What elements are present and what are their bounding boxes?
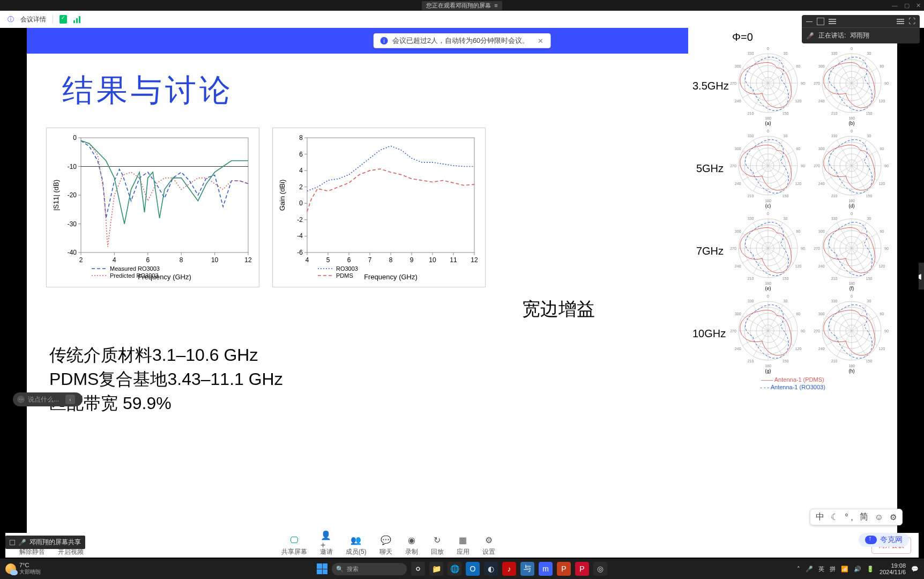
svg-line-216 — [742, 234, 768, 249]
app-outlook[interactable]: O — [466, 562, 480, 576]
collapse-icon[interactable]: ‹ — [65, 395, 75, 404]
tray-mic-icon[interactable]: 🎤 — [806, 566, 813, 573]
svg-line-296 — [852, 331, 867, 357]
svg-line-270 — [754, 331, 769, 357]
polar-row: 10GHz0306090120150180210240270300330(g)0… — [692, 293, 893, 374]
svg-text:6: 6 — [299, 151, 303, 158]
svg-text:240: 240 — [818, 264, 825, 268]
tray-chevron-icon[interactable]: ˄ — [797, 566, 800, 573]
list-icon[interactable] — [829, 19, 836, 24]
tray-lang2[interactable]: 拼 — [830, 565, 836, 573]
svg-text:10: 10 — [429, 256, 436, 264]
app-edge[interactable]: 🌐 — [448, 562, 461, 576]
speaker-panel[interactable]: — ⛶ 🎤̸ 正在讲话: 邓雨翔 — [802, 15, 920, 43]
minimize-icon[interactable]: — — [806, 18, 813, 25]
replay-button[interactable]: ↻ 回放 — [431, 535, 444, 556]
taskbar-search[interactable]: 🔍 搜索 — [332, 563, 407, 575]
invite-button[interactable]: 👤+ 邀请 — [320, 535, 333, 556]
window-buttons: — ▢ ✕ — [892, 2, 921, 9]
svg-line-138 — [768, 140, 783, 166]
shield-icon[interactable] — [59, 15, 67, 24]
window-maximize[interactable]: ▢ — [904, 2, 910, 9]
search-icon: 🔍 — [336, 566, 344, 573]
svg-line-158 — [754, 140, 769, 166]
svg-text:150: 150 — [866, 112, 873, 115]
svg-text:Predicted RO3003: Predicted RO3003 — [110, 272, 159, 279]
app-explorer[interactable]: 📁 — [429, 562, 443, 576]
app-miro[interactable]: m — [539, 562, 553, 576]
svg-text:30: 30 — [867, 134, 871, 138]
weather-widget[interactable]: 7°C 大部晴朗 — [5, 562, 41, 576]
tray-battery-icon[interactable]: 🔋 — [867, 566, 874, 573]
tray-lang1[interactable]: 英 — [818, 565, 824, 573]
svg-rect-0 — [81, 138, 248, 253]
tray-wifi-icon[interactable]: 📶 — [841, 566, 848, 573]
svg-text:4: 4 — [113, 256, 116, 264]
ime-settings-icon[interactable]: ⚙ — [890, 513, 897, 522]
svg-line-140 — [768, 151, 794, 166]
ime-simplified[interactable]: 简 — [860, 511, 868, 523]
app-copilot[interactable]: ⭘ — [411, 562, 425, 576]
legend-ro3003: - - - Antenna-1 (RO3003) — [692, 383, 893, 391]
svg-line-242 — [826, 248, 852, 263]
ime-mode-icon[interactable]: ☾ — [831, 512, 838, 522]
record-icon: ◉ — [406, 535, 418, 546]
svg-text:120: 120 — [795, 264, 801, 268]
window-close[interactable]: ✕ — [916, 2, 921, 9]
meeting-notice: i 会议已超过2人，自动转为60分钟限时会议。 ✕ — [374, 33, 551, 48]
clock-time: 19:08 — [891, 562, 906, 569]
freq-label: 7GHz — [692, 245, 725, 257]
taskbar-clock[interactable]: 19:08 2024/11/6 — [880, 562, 906, 575]
tray-volume-icon[interactable]: 🔊 — [854, 566, 861, 573]
svg-text:270: 270 — [730, 81, 736, 85]
ime-emoji-icon[interactable]: ☺ — [875, 513, 883, 522]
app-steam[interactable]: ◐ — [484, 562, 498, 576]
app-obs[interactable]: ◎ — [593, 562, 607, 576]
cloud-upload-pill[interactable]: 夸克网 — [859, 533, 909, 547]
svg-line-90 — [754, 83, 769, 109]
svg-text:330: 330 — [831, 217, 838, 220]
svg-text:60: 60 — [796, 147, 800, 151]
info-icon: ⓘ — [8, 15, 14, 24]
app-netease[interactable]: ♪ — [502, 562, 516, 576]
svg-text:0: 0 — [767, 47, 769, 50]
tray-notifications-icon[interactable]: 💬 — [911, 566, 919, 573]
svg-text:270: 270 — [730, 247, 736, 250]
svg-text:240: 240 — [735, 347, 741, 351]
record-button[interactable]: ◉ 录制 — [405, 535, 418, 556]
members-button[interactable]: 👥 成员(5) — [346, 535, 367, 556]
chat-button[interactable]: 💬 聊天 — [379, 535, 392, 556]
start-button[interactable] — [317, 563, 327, 574]
svg-text:0: 0 — [851, 294, 853, 298]
apps-button[interactable]: ▦ 应用 — [457, 535, 470, 556]
svg-line-108 — [852, 57, 867, 83]
close-icon[interactable]: ✕ — [538, 37, 543, 45]
meeting-topbar: ⓘ 会议详情 — [0, 11, 924, 28]
svg-text:120: 120 — [795, 347, 801, 351]
menu-glyph[interactable]: ≡ — [494, 2, 497, 9]
fullscreen-icon[interactable]: ⛶ — [908, 17, 915, 25]
svg-line-128 — [837, 57, 852, 83]
speech-input[interactable]: ⋯ 说点什么... ‹ — [13, 392, 83, 406]
apps-icon: ▦ — [457, 535, 469, 546]
svg-text:150: 150 — [866, 277, 873, 280]
menu-icon[interactable] — [897, 19, 904, 24]
window-minimize[interactable]: — — [892, 2, 898, 9]
svg-text:5: 5 — [326, 256, 330, 264]
meeting-details-link[interactable]: 会议详情 — [20, 15, 46, 24]
ime-toolbar[interactable]: 中 ☾ ° , 简 ☺ ⚙ — [810, 509, 903, 525]
svg-text:120: 120 — [795, 182, 801, 185]
app-code[interactable]: 与 — [520, 562, 534, 576]
phi0-header: Φ=0 — [700, 31, 786, 43]
svg-line-200 — [768, 234, 794, 249]
app-pdf[interactable]: P — [575, 562, 589, 576]
speaker-name: 邓雨翔 — [850, 31, 869, 40]
app-powerpoint[interactable]: P — [557, 562, 571, 576]
ime-punct[interactable]: ° , — [845, 513, 853, 522]
svg-text:10: 10 — [211, 256, 219, 264]
restore-icon[interactable] — [817, 18, 824, 25]
settings-button[interactable]: ⚙ 设置 — [482, 535, 495, 556]
ime-lang[interactable]: 中 — [816, 511, 824, 523]
share-screen-button[interactable]: 🖵 共享屏幕 — [281, 535, 307, 556]
presentation-slide: i 会议已超过2人，自动转为60分钟限时会议。 ✕ 结果与讨论 24681012… — [27, 28, 897, 537]
